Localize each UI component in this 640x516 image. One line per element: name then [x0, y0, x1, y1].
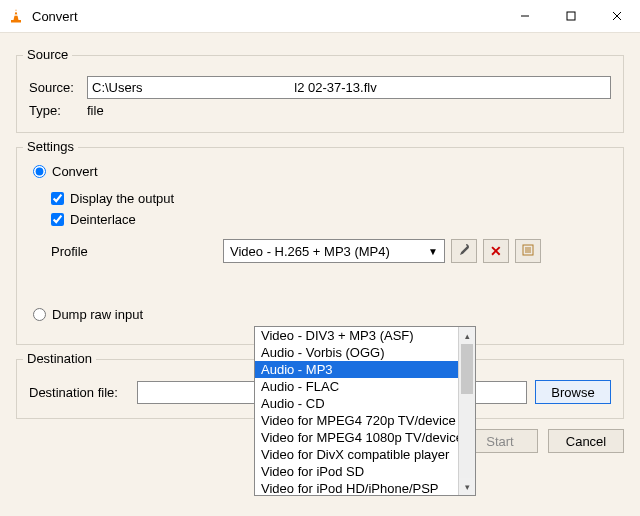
delete-x-icon: ✕ [490, 243, 502, 259]
minimize-button[interactable] [502, 0, 548, 33]
profile-option[interactable]: Video for iPod HD/iPhone/PSP [255, 480, 475, 495]
start-button-label: Start [486, 434, 513, 449]
scroll-down-button[interactable]: ▾ [459, 478, 475, 495]
chevron-down-icon: ▼ [428, 246, 438, 257]
wrench-icon [457, 243, 471, 260]
cancel-button-label: Cancel [566, 434, 606, 449]
new-profile-icon [521, 243, 535, 260]
display-output-checkbox[interactable]: Display the output [51, 191, 611, 206]
titlebar: Convert [0, 0, 640, 33]
cancel-button[interactable]: Cancel [548, 429, 624, 453]
profile-option[interactable]: Video for MPEG4 720p TV/device [255, 412, 475, 429]
deinterlace-label: Deinterlace [70, 212, 136, 227]
new-profile-button[interactable] [515, 239, 541, 263]
svg-rect-5 [567, 12, 575, 20]
destination-label: Destination file: [29, 385, 137, 400]
delete-profile-button[interactable]: ✕ [483, 239, 509, 263]
profile-option[interactable]: Audio - Vorbis (OGG) [255, 344, 475, 361]
svg-rect-3 [11, 20, 21, 23]
settings-legend: Settings [23, 139, 78, 154]
profile-label: Profile [51, 244, 223, 259]
destination-legend: Destination [23, 351, 96, 366]
profile-option[interactable]: Video for MPEG4 1080p TV/device [255, 429, 475, 446]
window-title: Convert [32, 9, 502, 24]
source-input[interactable] [87, 76, 611, 99]
display-output-label: Display the output [70, 191, 174, 206]
profile-option[interactable]: Video - DIV3 + MP3 (ASF) [255, 327, 475, 344]
convert-radio-input[interactable] [33, 165, 46, 178]
dump-raw-radio-label: Dump raw input [52, 307, 143, 322]
dropdown-scrollbar[interactable]: ▴ ▾ [458, 327, 475, 495]
profile-option[interactable]: Video for iPod SD [255, 463, 475, 480]
source-legend: Source [23, 47, 72, 62]
profile-option[interactable]: Audio - FLAC [255, 378, 475, 395]
profile-selected-value: Video - H.265 + MP3 (MP4) [230, 244, 390, 259]
profile-option[interactable]: Audio - CD [255, 395, 475, 412]
dump-raw-radio-input[interactable] [33, 308, 46, 321]
edit-profile-button[interactable] [451, 239, 477, 263]
profile-dropdown-list[interactable]: Video - DIV3 + MP3 (ASF)Audio - Vorbis (… [254, 326, 476, 496]
source-group: Source Source: Type: file [16, 55, 624, 133]
deinterlace-checkbox[interactable]: Deinterlace [51, 212, 611, 227]
deinterlace-checkbox-input[interactable] [51, 213, 64, 226]
display-output-checkbox-input[interactable] [51, 192, 64, 205]
scroll-up-button[interactable]: ▴ [459, 327, 475, 344]
maximize-button[interactable] [548, 0, 594, 33]
svg-rect-1 [14, 11, 18, 12]
profile-option[interactable]: Audio - MP3 [255, 361, 475, 378]
dump-raw-radio[interactable]: Dump raw input [33, 307, 611, 322]
browse-button-label: Browse [551, 385, 594, 400]
close-button[interactable] [594, 0, 640, 33]
type-value: file [87, 103, 104, 118]
convert-radio-label: Convert [52, 164, 98, 179]
vlc-cone-icon [8, 8, 24, 24]
browse-button[interactable]: Browse [535, 380, 611, 404]
source-label: Source: [29, 80, 87, 95]
type-label: Type: [29, 103, 87, 118]
profile-combobox[interactable]: Video - H.265 + MP3 (MP4) ▼ [223, 239, 445, 263]
svg-rect-2 [13, 14, 19, 15]
settings-group: Settings Convert Display the output Dein… [16, 147, 624, 345]
convert-radio[interactable]: Convert [33, 164, 611, 179]
profile-option[interactable]: Video for DivX compatible player [255, 446, 475, 463]
scroll-thumb[interactable] [461, 344, 473, 394]
